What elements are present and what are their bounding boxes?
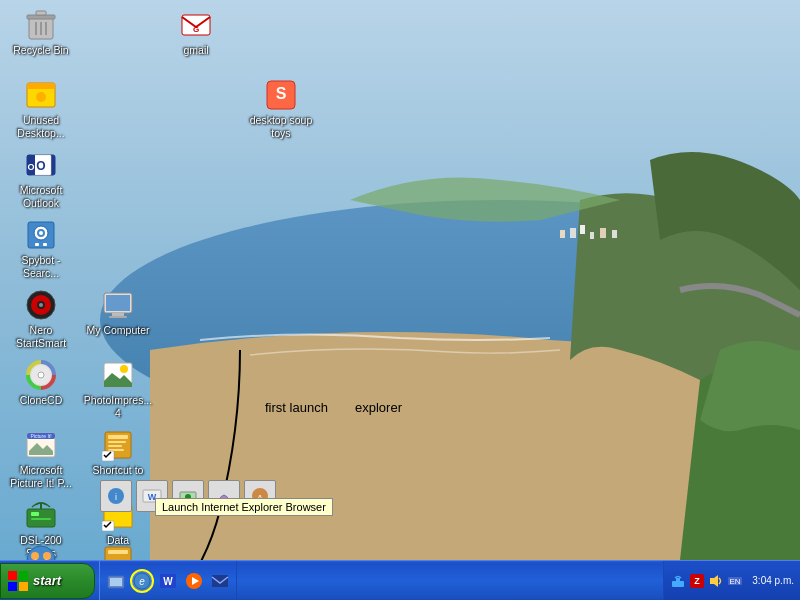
svg-rect-15	[27, 83, 55, 89]
svg-rect-86	[672, 581, 684, 587]
my-computer-label: My Computer	[86, 324, 149, 337]
svg-text:Picture It!: Picture It!	[30, 433, 51, 439]
my-computer-icon[interactable]: My Computer	[82, 285, 154, 355]
dlink-icon[interactable]: D-Link PPPoA NZ Connection	[5, 540, 77, 560]
outlook-icon[interactable]: O O Microsoft Outlook	[5, 145, 77, 215]
svg-rect-2	[560, 230, 565, 238]
svg-rect-27	[43, 243, 47, 246]
svg-rect-51	[31, 512, 39, 516]
windows-logo-icon	[7, 570, 29, 592]
svg-rect-5	[590, 232, 594, 239]
svg-point-38	[38, 372, 44, 378]
svg-text:O: O	[36, 159, 45, 173]
svg-rect-47	[108, 445, 122, 447]
volume-tray-icon[interactable]	[708, 573, 724, 589]
svg-text:i: i	[115, 492, 117, 502]
svg-rect-58	[108, 550, 128, 554]
svg-rect-4	[580, 225, 585, 234]
svg-text:W: W	[163, 576, 173, 587]
bottom-icon-1[interactable]: i	[100, 480, 132, 512]
show-desktop-btn[interactable]	[104, 569, 128, 593]
quick-launch-bar: e W	[99, 561, 237, 600]
clonecd-icon[interactable]: CloneCD	[5, 355, 77, 425]
taskbar-middle	[237, 561, 663, 600]
svg-point-25	[39, 231, 43, 235]
svg-rect-73	[8, 571, 17, 580]
spybot-label: Spybot - Searc...	[6, 254, 76, 279]
svg-rect-3	[570, 228, 576, 238]
shortcut-to-1-label: Shortcut to	[93, 464, 144, 477]
svg-marker-90	[710, 575, 718, 587]
recycle-bin-label: Recycle Bin	[13, 44, 68, 57]
ie-tooltip: Launch Internet Explorer Browser	[155, 498, 333, 516]
outlook-label: Microsoft Outlook	[6, 184, 76, 209]
nero-label: Nero StartSmart	[6, 324, 76, 349]
desktop: Recycle Bin Unused Desktop... O O Micros…	[0, 0, 800, 560]
svg-rect-78	[110, 578, 122, 586]
language-tray-icon[interactable]: EN	[727, 573, 743, 589]
outlook-tray-btn[interactable]	[208, 569, 232, 593]
ie-btn[interactable]: e	[130, 569, 154, 593]
svg-rect-85	[212, 575, 228, 587]
ms-picture-icon[interactable]: Picture It! Microsoft Picture It! P...	[5, 425, 77, 495]
svg-text:G: G	[193, 25, 199, 34]
svg-text:O: O	[27, 162, 34, 172]
svg-text:Z: Z	[695, 576, 701, 586]
unused-desktop-label: Unused Desktop...	[6, 114, 76, 139]
photoimpression-icon[interactable]: PhotoImpres... 4	[82, 355, 154, 425]
svg-rect-48	[108, 449, 124, 451]
photoimpression-label: PhotoImpres... 4	[83, 394, 153, 419]
gmail-label: gmail	[183, 44, 208, 57]
svg-text:EN: EN	[730, 577, 741, 586]
clonecd-label: CloneCD	[20, 394, 63, 407]
word-btn[interactable]: W	[156, 569, 180, 593]
svg-rect-7	[612, 230, 617, 238]
soup-icon[interactable]: S desktop soup toys	[245, 75, 317, 145]
media-btn[interactable]	[182, 569, 206, 593]
system-tray: Z EN 3:04 p.m.	[663, 561, 800, 600]
svg-rect-26	[35, 243, 39, 246]
antivirus-tray-icon[interactable]: Z	[689, 573, 705, 589]
first-launch-annotation: first launch	[265, 400, 328, 415]
svg-point-55	[31, 552, 39, 560]
svg-rect-76	[19, 582, 28, 591]
svg-rect-87	[676, 578, 680, 581]
shortcut-to-2-icon[interactable]: Shortcut to	[82, 540, 154, 560]
svg-rect-52	[31, 518, 51, 520]
start-button[interactable]: start	[0, 563, 95, 599]
soup-label: desktop soup toys	[246, 114, 316, 139]
recycle-bin-icon[interactable]: Recycle Bin	[5, 5, 77, 75]
svg-rect-34	[112, 313, 124, 316]
svg-rect-10	[36, 11, 46, 15]
svg-rect-6	[600, 228, 606, 238]
nero-icon[interactable]: Nero StartSmart	[5, 285, 77, 355]
network-tray-icon[interactable]	[670, 573, 686, 589]
svg-point-31	[39, 303, 43, 307]
gmail-icon[interactable]: G gmail	[160, 5, 232, 75]
svg-rect-45	[108, 435, 128, 439]
svg-point-16	[36, 92, 46, 102]
svg-rect-9	[27, 15, 55, 19]
svg-rect-46	[108, 441, 126, 443]
svg-rect-74	[19, 571, 28, 580]
svg-point-56	[43, 552, 51, 560]
svg-text:S: S	[276, 85, 287, 102]
start-label: start	[33, 573, 61, 588]
svg-rect-33	[106, 295, 130, 311]
explorer-annotation: explorer	[355, 400, 402, 415]
svg-rect-75	[8, 582, 17, 591]
spybot-icon[interactable]: Spybot - Searc...	[5, 215, 77, 285]
taskbar: start e W Z EN 3:	[0, 560, 800, 600]
system-clock: 3:04 p.m.	[752, 575, 794, 586]
svg-point-40	[120, 365, 128, 373]
unused-desktop-icon[interactable]: Unused Desktop...	[5, 75, 77, 145]
ms-picture-label: Microsoft Picture It! P...	[6, 464, 76, 489]
svg-point-54	[27, 546, 55, 560]
svg-text:e: e	[139, 576, 145, 587]
svg-rect-35	[109, 316, 127, 318]
